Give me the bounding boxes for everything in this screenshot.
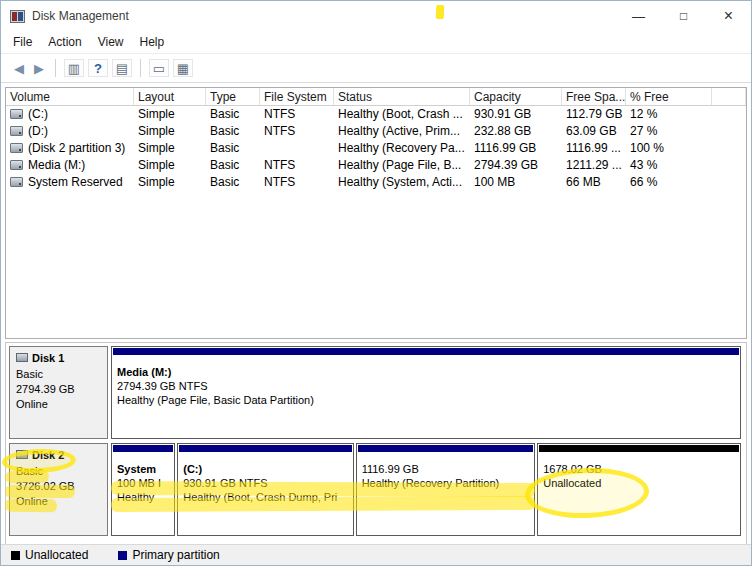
disk2-size: 3726.02 GB — [16, 479, 101, 494]
title-bar: Disk Management — □ × — [1, 1, 751, 31]
toolbar: ◀ ▶ ▥ ? ▤ ▭ ▦ — [1, 53, 751, 83]
column-header-free-space[interactable]: Free Spa... — [562, 88, 626, 105]
cell-type: Basic — [206, 123, 260, 140]
cell-file-system — [260, 140, 334, 157]
disk1-label[interactable]: Disk 1 Basic 2794.39 GB Online — [9, 346, 108, 439]
column-header-pct-free[interactable]: % Free — [626, 88, 712, 105]
column-header-capacity[interactable]: Capacity — [470, 88, 562, 105]
cell-type: Basic — [206, 157, 260, 174]
cell-layout: Simple — [134, 174, 206, 191]
cell-type: Basic — [206, 106, 260, 123]
disk1-size: 2794.39 GB — [16, 382, 101, 397]
cell-free-space: 1211.29 ... — [562, 157, 626, 174]
cell-layout: Simple — [134, 106, 206, 123]
cell-layout: Simple — [134, 123, 206, 140]
cell-status: Healthy (Active, Prim... — [334, 123, 470, 140]
column-header-layout[interactable]: Layout — [134, 88, 206, 105]
cell-status: Healthy (Boot, Crash ... — [334, 106, 470, 123]
cell-free-space: 66 MB — [562, 174, 626, 191]
primary-partition-strip — [358, 445, 534, 452]
cell-layout: Simple — [134, 140, 206, 157]
disk-icon — [16, 450, 28, 459]
cell-pct-free: 27 % — [626, 123, 712, 140]
volume-list-header: Volume Layout Type File System Status Ca… — [6, 88, 746, 106]
cell-volume: (Disk 2 partition 3) — [6, 140, 134, 157]
cell-free-space: 63.09 GB — [562, 123, 626, 140]
primary-partition-strip — [179, 445, 351, 452]
unallocated-strip — [539, 445, 739, 452]
partition-unallocated[interactable]: 1678.02 GB Unallocated — [537, 443, 741, 536]
window-controls: — □ × — [616, 1, 751, 31]
disk2-row: Disk 2 Basic 3726.02 GB Online System 10… — [9, 443, 741, 536]
minimize-button[interactable]: — — [616, 1, 661, 31]
forward-icon[interactable]: ▶ — [29, 61, 49, 76]
volume-icon — [10, 126, 23, 136]
partition-recovery[interactable]: 1116.99 GB Healthy (Recovery Partition) — [356, 443, 536, 536]
cell-capacity: 2794.39 GB — [470, 157, 562, 174]
column-header-status[interactable]: Status — [334, 88, 470, 105]
table-row[interactable]: System Reserved Simple Basic NTFS Health… — [6, 174, 746, 191]
primary-partition-strip — [113, 348, 739, 355]
table-row[interactable]: Media (M:) Simple Basic NTFS Healthy (Pa… — [6, 157, 746, 174]
table-row[interactable]: (Disk 2 partition 3) Simple Basic Health… — [6, 140, 746, 157]
disk1-status: Online — [16, 397, 101, 412]
close-button[interactable]: × — [706, 1, 751, 31]
cell-volume: (C:) — [6, 106, 134, 123]
disk1-type: Basic — [16, 367, 101, 382]
disk2-type: Basic — [16, 464, 101, 479]
volume-icon — [10, 109, 23, 119]
cell-type: Basic — [206, 174, 260, 191]
partition-media-m[interactable]: Media (M:) 2794.39 GB NTFS Healthy (Page… — [111, 346, 741, 439]
cell-layout: Simple — [134, 157, 206, 174]
column-header-file-system[interactable]: File System — [260, 88, 334, 105]
back-icon[interactable]: ◀ — [9, 61, 29, 76]
disk2-status: Online — [16, 494, 101, 509]
cell-capacity: 232.88 GB — [470, 123, 562, 140]
volume-list: Volume Layout Type File System Status Ca… — [5, 87, 747, 339]
graphical-view: Disk 1 Basic 2794.39 GB Online Media (M:… — [5, 342, 747, 545]
primary-partition-legend-swatch — [118, 551, 127, 560]
partition-system[interactable]: System 100 MB I Healthy — [111, 443, 175, 536]
disk2-partitions: System 100 MB I Healthy (C:) 930.91 GB N… — [111, 443, 741, 536]
cell-status: Healthy (System, Acti... — [334, 174, 470, 191]
cell-pct-free: 100 % — [626, 140, 712, 157]
primary-partition-strip — [113, 445, 173, 452]
primary-partition-legend-label: Primary partition — [132, 548, 219, 562]
cell-status: Healthy (Page File, B... — [334, 157, 470, 174]
cell-status: Healthy (Recovery Pa... — [334, 140, 470, 157]
cell-file-system: NTFS — [260, 174, 334, 191]
console-tree-icon[interactable]: ▥ — [64, 59, 84, 77]
help-icon[interactable]: ? — [88, 59, 108, 77]
menu-action[interactable]: Action — [40, 33, 89, 51]
partition-c[interactable]: (C:) 930.91 GB NTFS Healthy (Boot, Crash… — [177, 443, 353, 536]
menu-bar: File Action View Help — [1, 31, 751, 53]
toolbar-separator — [55, 59, 56, 77]
disk2-label[interactable]: Disk 2 Basic 3726.02 GB Online — [9, 443, 108, 536]
table-row[interactable]: (D:) Simple Basic NTFS Healthy (Active, … — [6, 123, 746, 140]
cell-volume: System Reserved — [6, 174, 134, 191]
volume-icon — [10, 143, 23, 153]
cell-capacity: 100 MB — [470, 174, 562, 191]
disk-management-window: Disk Management — □ × File Action View H… — [0, 0, 752, 566]
menu-view[interactable]: View — [90, 33, 132, 51]
unallocated-legend-swatch — [11, 551, 20, 560]
cell-type: Basic — [206, 140, 260, 157]
column-header-type[interactable]: Type — [206, 88, 260, 105]
toolbar-separator — [140, 59, 141, 77]
column-header-volume[interactable]: Volume — [6, 88, 134, 105]
menu-help[interactable]: Help — [132, 33, 173, 51]
cell-free-space: 112.79 GB — [562, 106, 626, 123]
cell-free-space: 1116.99 ... — [562, 140, 626, 157]
detail-view-icon[interactable]: ▦ — [173, 59, 193, 77]
cell-pct-free: 66 % — [626, 174, 712, 191]
legend-bar: Unallocated Primary partition — [1, 544, 751, 565]
menu-file[interactable]: File — [5, 33, 40, 51]
list-view-icon[interactable]: ▤ — [112, 59, 132, 77]
unallocated-legend-label: Unallocated — [25, 548, 88, 562]
volume-icon — [10, 177, 23, 187]
disk-management-app-icon — [10, 10, 25, 23]
table-row[interactable]: (C:) Simple Basic NTFS Healthy (Boot, Cr… — [6, 106, 746, 123]
maximize-button[interactable]: □ — [661, 1, 706, 31]
disk-icon — [16, 353, 28, 362]
comment-icon[interactable]: ▭ — [149, 59, 169, 77]
